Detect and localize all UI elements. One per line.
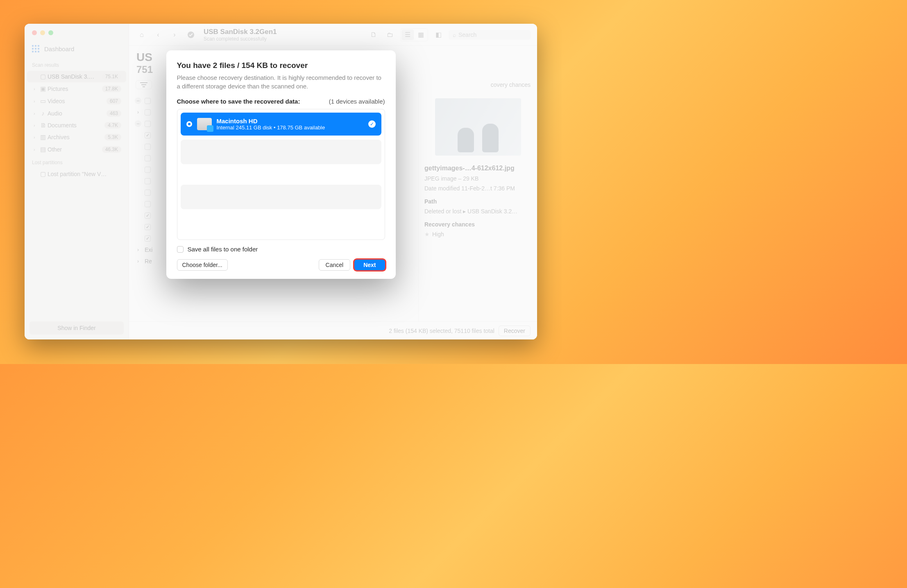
disk-icon — [197, 118, 212, 130]
cancel-button[interactable]: Cancel — [319, 259, 351, 271]
save-one-folder-option[interactable]: Save all files to one folder — [177, 246, 385, 253]
modal-overlay: You have 2 files / 154 KB to recover Ple… — [25, 24, 537, 339]
destination-placeholder — [181, 140, 381, 164]
destination-name: Macintosh HD — [217, 118, 325, 124]
next-button[interactable]: Next — [354, 260, 385, 270]
checkbox[interactable] — [177, 246, 184, 253]
check-icon: ✓ — [368, 120, 376, 128]
recovery-destination-dialog: You have 2 files / 154 KB to recover Ple… — [166, 50, 396, 279]
save-one-label: Save all files to one folder — [188, 246, 258, 253]
choose-label: Choose where to save the recovered data: — [177, 98, 300, 105]
modal-title: You have 2 files / 154 KB to recover — [177, 61, 385, 70]
devices-available: (1 devices available) — [329, 98, 385, 105]
destination-list: Macintosh HD Internal 245.11 GB disk • 1… — [177, 109, 385, 240]
radio-selected-icon[interactable] — [186, 121, 192, 127]
destination-details: Internal 245.11 GB disk • 178.75 GB avai… — [217, 124, 325, 131]
destination-placeholder — [181, 185, 381, 209]
modal-description: Please choose recovery destination. It i… — [177, 73, 385, 90]
destination-option[interactable]: Macintosh HD Internal 245.11 GB disk • 1… — [181, 113, 381, 136]
app-window: Dashboard Scan results ▢ USB SanDisk 3.…… — [25, 24, 537, 339]
choose-folder-button[interactable]: Choose folder... — [177, 259, 228, 271]
